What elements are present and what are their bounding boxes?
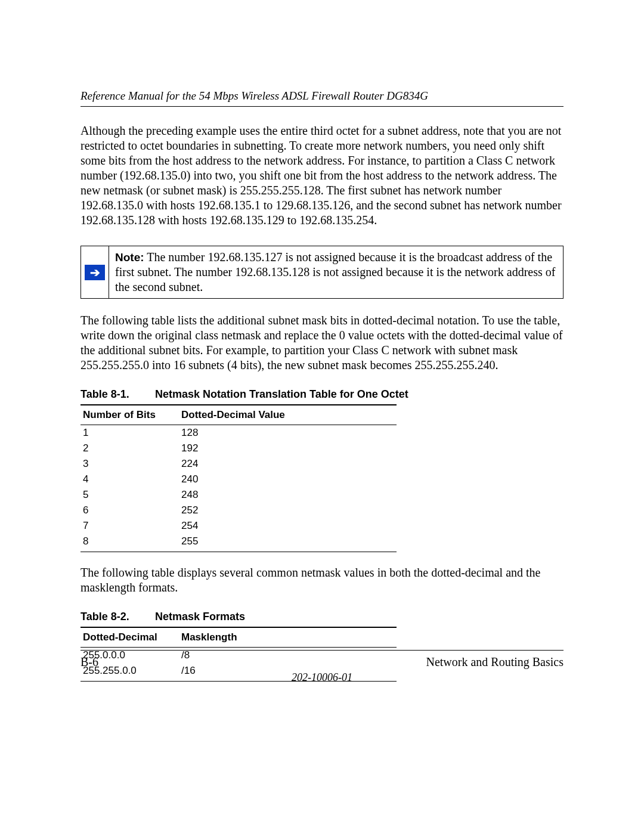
arrow-glyph: ➔ [90, 267, 100, 278]
cell-a: 2 [83, 442, 181, 454]
table-1-header-row: Number of Bits Dotted-Decimal Value [80, 405, 397, 425]
table-2-header-row: Dotted-Decimal Masklength [80, 628, 397, 647]
table-1: Number of Bits Dotted-Decimal Value 1128… [80, 404, 397, 552]
cell-b: 255 [181, 535, 397, 547]
document-page: Reference Manual for the 54 Mbps Wireles… [0, 0, 644, 833]
cell-b: 224 [181, 458, 397, 470]
table-2-head-a: Dotted-Decimal [83, 631, 181, 643]
table-2-label: Table 8-2. [80, 611, 152, 623]
document-number: 202-10006-01 [80, 671, 564, 684]
page-footer: B-6 Network and Routing Basics 202-10006… [80, 650, 564, 684]
header-rule [80, 106, 564, 107]
note-text: Note: The number 192.68.135.127 is not a… [109, 246, 563, 298]
table-row: 2192 [80, 441, 397, 456]
cell-b: 128 [181, 427, 397, 439]
cell-a: 4 [83, 473, 181, 485]
note-label: Note: [115, 251, 144, 264]
footer-line: B-6 Network and Routing Basics [80, 655, 564, 669]
cell-a: 5 [83, 489, 181, 501]
table-2-title: Netmask Formats [155, 611, 245, 623]
table-2-caption: Table 8-2. Netmask Formats [80, 611, 564, 623]
arrow-right-icon: ➔ [85, 265, 105, 280]
footer-rule [80, 650, 564, 651]
cell-b: 254 [181, 520, 397, 532]
cell-a: 3 [83, 458, 181, 470]
table-row: 7254 [80, 518, 397, 534]
table-row: 5248 [80, 487, 397, 503]
note-box: ➔ Note: The number 192.68.135.127 is not… [80, 246, 564, 299]
note-icon-cell: ➔ [81, 246, 109, 298]
cell-a: 6 [83, 504, 181, 516]
running-header: Reference Manual for the 54 Mbps Wireles… [80, 89, 564, 103]
table-row: 1128 [80, 425, 397, 441]
table-1-label: Table 8-1. [80, 388, 152, 401]
chapter-title: Network and Routing Basics [426, 655, 564, 669]
table-row: 6252 [80, 503, 397, 518]
cell-a: 1 [83, 427, 181, 439]
cell-b: 240 [181, 473, 397, 485]
paragraph-1: Although the preceding example uses the … [80, 123, 564, 228]
table-2-head-b: Masklength [181, 631, 397, 643]
page-number: B-6 [80, 655, 98, 669]
cell-b: 248 [181, 489, 397, 501]
table-row: 3224 [80, 456, 397, 472]
cell-b: 252 [181, 504, 397, 516]
paragraph-3: The following table displays several com… [80, 565, 564, 595]
cell-a: 8 [83, 535, 181, 547]
cell-a: 7 [83, 520, 181, 532]
table-row: 8255 [80, 534, 397, 549]
table-1-head-b: Dotted-Decimal Value [181, 409, 397, 421]
note-body: The number 192.68.135.127 is not assigne… [115, 250, 555, 293]
table-row: 4240 [80, 472, 397, 487]
cell-b: 192 [181, 442, 397, 454]
table-1-title: Netmask Notation Translation Table for O… [155, 388, 408, 400]
table-rule [80, 552, 397, 552]
table-1-caption: Table 8-1. Netmask Notation Translation … [80, 388, 564, 401]
paragraph-2: The following table lists the additional… [80, 313, 564, 373]
table-1-head-a: Number of Bits [83, 409, 181, 421]
